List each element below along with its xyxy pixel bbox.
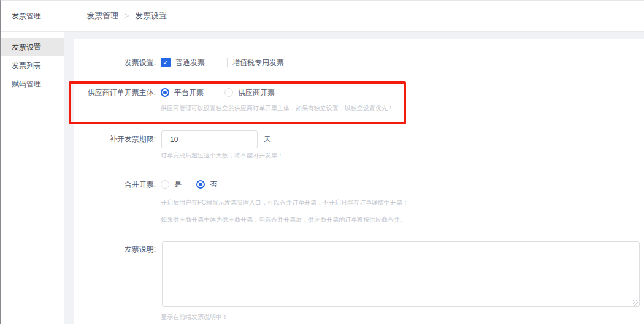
sidebar-item-invoice-settings[interactable]: 发票设置 xyxy=(1,38,64,56)
ordinary-invoice-label[interactable]: 普通发票 xyxy=(175,58,205,68)
supplier-subject-label: 供应商订单开票主体: xyxy=(74,84,156,101)
radio-platform-invoicing[interactable] xyxy=(161,88,169,97)
sidebar: 发票设置 发票列表 赋码管理 xyxy=(1,32,64,324)
checkbox-ordinary-invoice[interactable]: ✓ xyxy=(161,58,171,67)
merge-invoice-help-1: 开启后用户在PC端显示发票管理入口，可以合并订单开票，不开启只能在订单详情中开票… xyxy=(161,197,408,209)
merge-invoice-options: 是 否 xyxy=(161,176,217,193)
checkbox-vat-special-invoice[interactable] xyxy=(218,58,228,67)
supplier-subject-help: 供应商管理可以设置独立的供应商订单开票主体，如果有独立设置，以独立设置优先！ xyxy=(161,102,394,115)
vat-special-invoice-label[interactable]: 增值税专用发票 xyxy=(232,58,284,68)
settings-panel: 发票设置: ✓ 普通发票 增值税专用发票 供应商订单开票主体: 平台开票 供应商… xyxy=(74,39,644,324)
merge-invoice-help-2: 如果供应商开票主体为供应商开票，勾选合并开票后，供应商开票的订单将按供应商合并。 xyxy=(161,214,406,226)
invoice-admin-page: 发票管理 发票管理 > 发票设置 发票设置 发票列表 赋码管理 发票设置: ✓ … xyxy=(0,0,644,324)
chevron-right-icon: > xyxy=(125,12,129,20)
reissue-deadline-row: 补开发票期限: 天 xyxy=(74,130,644,148)
merge-yes-label[interactable]: 是 xyxy=(174,179,182,190)
sidebar-item-code-management[interactable]: 赋码管理 xyxy=(1,75,64,93)
reissue-deadline-unit: 天 xyxy=(264,130,271,148)
sidebar-item-invoice-list[interactable]: 发票列表 xyxy=(1,56,64,75)
merge-no-label[interactable]: 否 xyxy=(210,179,217,190)
reissue-deadline-input[interactable] xyxy=(161,130,258,148)
merge-invoice-row: 合并开票: 是 否 xyxy=(74,176,644,193)
reissue-deadline-label: 补开发票期限: xyxy=(74,130,156,148)
supplier-subject-options: 平台开票 供应商开票 xyxy=(161,84,275,101)
supplier-invoicing-label[interactable]: 供应商开票 xyxy=(238,88,275,98)
invoice-note-textarea[interactable] xyxy=(162,241,640,307)
radio-merge-no[interactable] xyxy=(196,180,205,189)
breadcrumb-root[interactable]: 发票管理 xyxy=(86,10,118,21)
breadcrumb: 发票管理 > 发票设置 xyxy=(86,1,167,31)
top-bar: 发票管理 发票管理 > 发票设置 xyxy=(1,1,644,32)
invoice-type-label: 发票设置: xyxy=(74,54,156,71)
radio-dot-icon xyxy=(199,183,202,186)
check-icon: ✓ xyxy=(163,59,168,66)
platform-invoicing-label[interactable]: 平台开票 xyxy=(174,88,204,98)
radio-supplier-invoicing[interactable] xyxy=(224,88,233,97)
invoice-type-row: 发票设置: ✓ 普通发票 增值税专用发票 xyxy=(74,54,644,71)
module-title: 发票管理 xyxy=(1,1,64,31)
radio-merge-yes[interactable] xyxy=(161,180,169,189)
invoice-note-help: 显示在前端发票说明中！ xyxy=(161,311,228,323)
invoice-note-label: 发票说明: xyxy=(74,243,156,255)
supplier-subject-row: 供应商订单开票主体: 平台开票 供应商开票 xyxy=(74,84,644,101)
radio-dot-icon xyxy=(163,91,167,94)
reissue-deadline-help: 订单完成后超过这个天数，将不能补开发票！ xyxy=(161,149,283,162)
invoice-type-options: ✓ 普通发票 增值税专用发票 xyxy=(161,54,284,71)
merge-invoice-label: 合并开票: xyxy=(74,176,156,193)
breadcrumb-current: 发票设置 xyxy=(135,10,167,21)
